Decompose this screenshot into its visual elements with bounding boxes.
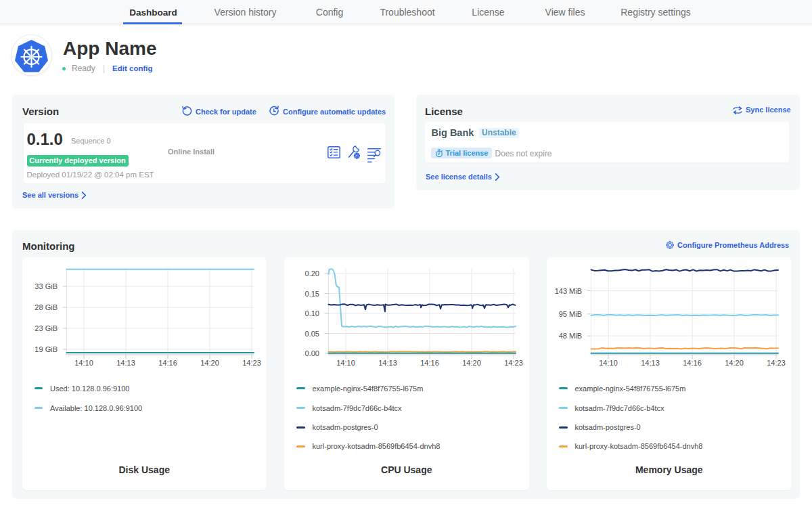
svg-text:19 GiB: 19 GiB	[35, 345, 58, 353]
svg-text:143 MiB: 143 MiB	[555, 287, 582, 295]
svg-text:14:23: 14:23	[504, 359, 523, 367]
svg-text:0.05: 0.05	[305, 330, 319, 338]
svg-text:14:10: 14:10	[599, 359, 618, 367]
svg-text:23 GiB: 23 GiB	[35, 324, 58, 332]
svg-text:14:20: 14:20	[725, 359, 744, 367]
svg-text:14:13: 14:13	[378, 359, 397, 367]
svg-text:33 GiB: 33 GiB	[35, 282, 58, 290]
svg-text:28 GiB: 28 GiB	[35, 303, 58, 311]
svg-text:95 MiB: 95 MiB	[559, 310, 582, 318]
svg-text:14:13: 14:13	[641, 359, 660, 367]
svg-text:14:16: 14:16	[420, 359, 439, 367]
svg-text:14:23: 14:23	[767, 359, 786, 367]
svg-text:0.10: 0.10	[305, 309, 319, 317]
svg-text:0.15: 0.15	[305, 290, 319, 298]
svg-text:14:23: 14:23	[242, 359, 261, 367]
svg-text:0.20: 0.20	[305, 269, 319, 278]
svg-text:14:20: 14:20	[200, 359, 219, 367]
svg-text:14:10: 14:10	[74, 359, 93, 367]
svg-text:0.00: 0.00	[305, 349, 319, 357]
svg-text:14:13: 14:13	[116, 359, 135, 367]
svg-text:14:20: 14:20	[462, 359, 481, 367]
svg-text:14:16: 14:16	[158, 359, 177, 367]
svg-text:14:16: 14:16	[683, 359, 702, 367]
svg-text:48 MiB: 48 MiB	[559, 332, 582, 340]
svg-text:14:10: 14:10	[336, 359, 355, 367]
